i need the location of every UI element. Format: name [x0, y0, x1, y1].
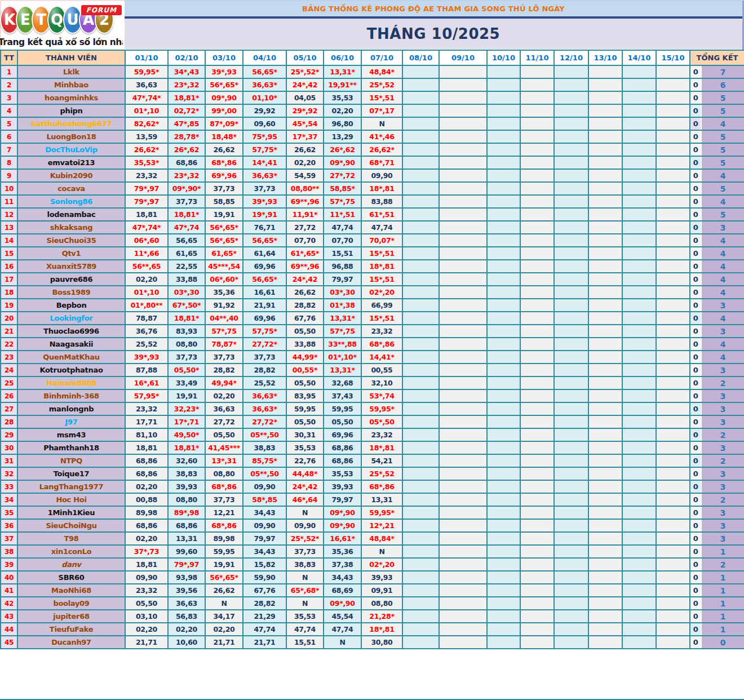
member-name[interactable]: danv — [17, 558, 125, 571]
zero-cell: 0 — [690, 402, 701, 415]
day-value-cell: 82,62* — [125, 117, 168, 130]
day-value-cell: 10,60 — [168, 636, 205, 649]
empty-day-cell — [439, 376, 487, 389]
empty-day-cell — [439, 364, 487, 376]
member-name[interactable]: Bepbon — [17, 299, 125, 312]
day-value-cell: 47,74 — [286, 623, 324, 636]
member-name[interactable]: SieuChuoi35 — [17, 234, 125, 247]
day-value-cell: 56,65* — [243, 65, 286, 78]
empty-day-cell — [402, 454, 439, 467]
empty-day-cell — [487, 234, 520, 247]
empty-day-cell — [554, 519, 588, 532]
member-name[interactable]: Xuanxit5789 — [17, 260, 125, 273]
total-cell: 5 — [701, 91, 744, 104]
member-name[interactable]: Minhbao — [17, 78, 125, 91]
member-name[interactable]: SieuChoiNgu — [17, 519, 125, 532]
empty-day-cell — [402, 467, 439, 480]
member-name[interactable]: Ducanh97 — [17, 636, 125, 649]
member-name[interactable]: shkaksang — [17, 221, 125, 234]
empty-day-cell — [588, 312, 622, 325]
col-header-day: 06/10 — [324, 50, 361, 65]
day-value-cell: 37,73 — [205, 351, 243, 364]
member-name[interactable]: NTPQ — [17, 454, 125, 467]
tt-cell: 3 — [1, 91, 17, 104]
empty-day-cell — [656, 78, 690, 91]
member-name[interactable]: J97 — [17, 415, 125, 428]
member-name[interactable]: jupiter68 — [17, 610, 125, 623]
member-name[interactable]: Lookingfor — [17, 312, 125, 325]
empty-day-cell — [402, 402, 439, 415]
day-value-cell: 24*,42 — [286, 480, 324, 493]
member-name[interactable]: T98 — [17, 532, 125, 545]
empty-day-cell — [520, 571, 554, 584]
empty-day-cell — [588, 91, 622, 104]
day-value-cell: 19,91** — [324, 78, 361, 91]
day-value-cell: 58*,85 — [243, 493, 286, 506]
tt-cell: 22 — [1, 338, 17, 351]
member-name[interactable]: LuongBon18 — [17, 130, 125, 143]
total-cell: 5 — [701, 143, 744, 156]
day-value-cell: 57*,75 — [205, 325, 243, 338]
empty-day-cell — [439, 441, 487, 454]
empty-day-cell — [656, 623, 690, 636]
empty-day-cell — [520, 493, 554, 506]
member-name[interactable]: boolay09 — [17, 597, 125, 610]
member-name[interactable]: SBR60 — [17, 571, 125, 584]
member-name[interactable]: Boss1989 — [17, 286, 125, 299]
member-name[interactable]: Toique17 — [17, 467, 125, 480]
member-name[interactable]: hoangminhks — [17, 91, 125, 104]
empty-day-cell — [588, 286, 622, 299]
zero-cell: 0 — [690, 610, 701, 623]
member-name[interactable]: DocThuLoVip — [17, 143, 125, 156]
member-name[interactable]: Thuoclao6996 — [17, 325, 125, 338]
member-name[interactable]: QuenMatKhau — [17, 351, 125, 364]
member-name[interactable]: manlongnb — [17, 402, 125, 415]
member-name[interactable]: cocava — [17, 182, 125, 195]
zero-cell: 0 — [690, 143, 701, 156]
empty-day-cell — [520, 519, 554, 532]
empty-day-cell — [487, 169, 520, 182]
empty-day-cell — [622, 597, 656, 610]
member-name[interactable]: Hoc Hoi — [17, 493, 125, 506]
table-row: 44TieufuFake02,2002,2002,2047,7447,7447,… — [1, 623, 744, 636]
member-name[interactable]: Phamthanh18 — [17, 441, 125, 454]
day-value-cell: 76,71 — [243, 221, 286, 234]
member-name[interactable]: emvatoi213 — [17, 156, 125, 169]
member-name[interactable]: Binhminh-368 — [17, 389, 125, 402]
member-name[interactable]: pauvre686 — [17, 273, 125, 286]
day-value-cell: 35,53 — [324, 91, 361, 104]
empty-day-cell — [439, 415, 487, 428]
day-value-cell: 37,73 — [243, 351, 286, 364]
empty-day-cell — [554, 506, 588, 519]
site-logo[interactable]: KETQUA2 FORUM Trang kết quả xổ số lớn nh… — [0, 0, 125, 50]
member-name[interactable]: Qtv1 — [17, 247, 125, 260]
member-name[interactable]: Satthuhoahong6677 — [17, 117, 125, 130]
empty-day-cell — [554, 597, 588, 610]
member-name[interactable]: MaoNhi68 — [17, 584, 125, 597]
empty-day-cell — [520, 325, 554, 338]
member-name[interactable]: lodenambac — [17, 208, 125, 221]
member-name[interactable]: TieufuFake — [17, 623, 125, 636]
tt-cell: 33 — [1, 480, 17, 493]
day-value-cell: 45,54 — [324, 610, 361, 623]
member-name[interactable]: 1Minh1Kieu — [17, 506, 125, 519]
member-name[interactable]: Lklk — [17, 65, 125, 78]
empty-day-cell — [622, 156, 656, 169]
day-value-cell: 03,10 — [125, 610, 168, 623]
day-value-cell: 32,23* — [168, 402, 205, 415]
empty-day-cell — [520, 234, 554, 247]
member-name[interactable]: Sonlong86 — [17, 195, 125, 208]
empty-day-cell — [402, 571, 439, 584]
empty-day-cell — [402, 351, 439, 364]
member-name[interactable]: xin1conLo — [17, 545, 125, 558]
member-name[interactable]: Hainam8888 — [17, 376, 125, 389]
empty-day-cell — [520, 195, 554, 208]
empty-day-cell — [439, 428, 487, 441]
member-name[interactable]: LangThang1977 — [17, 480, 125, 493]
empty-day-cell — [439, 130, 487, 143]
member-name[interactable]: Kubin2090 — [17, 169, 125, 182]
member-name[interactable]: msm43 — [17, 428, 125, 441]
member-name[interactable]: Kotruotphatnao — [17, 364, 125, 376]
member-name[interactable]: phipn — [17, 104, 125, 117]
member-name[interactable]: Naagasakii — [17, 338, 125, 351]
